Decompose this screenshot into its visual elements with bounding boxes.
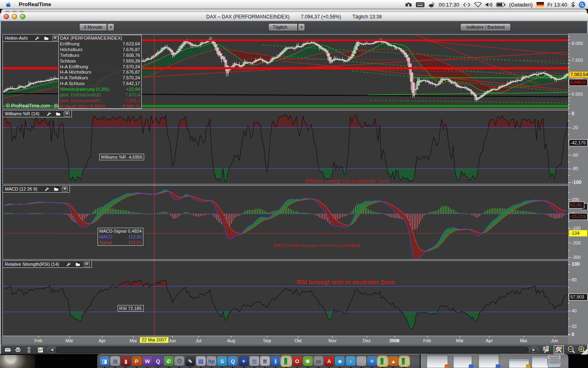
period-dropdown-arrow[interactable]: ▼ [298, 23, 305, 31]
chart-scrollbar[interactable] [56, 347, 528, 353]
macd-canvas[interactable] [3, 186, 568, 259]
wrench-icon[interactable] [66, 262, 72, 267]
dock-app-bluetooth[interactable]: ᛒ [271, 356, 281, 366]
dock-app-msn[interactable]: ☻ [335, 356, 345, 366]
folder-icon[interactable] [53, 186, 59, 192]
dock-app-hp[interactable]: hp [207, 356, 216, 366]
sync-arrows-icon[interactable] [463, 2, 470, 7]
dock-app-compass[interactable]: ✦ [239, 356, 249, 366]
window-titlebar[interactable]: DAX – DAX (PERFORMANCEINDEX) 7.094,37 (+… [0, 12, 588, 21]
dock-app-printer[interactable]: ▭ [314, 356, 323, 366]
spotlight-icon[interactable] [579, 1, 586, 8]
dock-app-vlc[interactable]: ▲ [388, 356, 398, 366]
macd-panel[interactable]: MACD (12 26 9) ✕ MACD-Signal0,4824MACD11… [2, 185, 569, 260]
dock-app-preview[interactable]: ▨ [249, 356, 259, 366]
export-chart-icon[interactable] [37, 346, 44, 353]
close-panel-icon[interactable]: ✕ [52, 36, 58, 41]
scroll-left-button[interactable]: ◀ [47, 347, 56, 353]
dock-app-quark[interactable]: Q [153, 356, 163, 366]
dock-app-opera[interactable]: O [292, 356, 302, 366]
print-icon[interactable] [14, 346, 22, 353]
menubar-clock[interactable]: Fr 13:40 [548, 2, 567, 8]
williams-axis-minor-tick [568, 134, 570, 135]
dock-minimized-window[interactable] [479, 353, 499, 368]
macd-tooltip-row: MACD-Signal0,4824 [98, 228, 143, 234]
dock-app-itunes[interactable]: ♪ [346, 356, 356, 366]
dock-applications: ◨▣▮PWQ✆⏻✎▤hpSQ✦▨≣ᛒ▋O❋▭A☻♪✧▋▲▋ [97, 354, 420, 368]
dock-minimized-window[interactable] [427, 354, 448, 368]
dock-app-acrobat[interactable]: A [324, 356, 334, 366]
dock-app-ichat[interactable]: ✆ [164, 356, 174, 366]
month-label: 2008 [385, 338, 403, 343]
dock-app-ilife[interactable]: ❋ [303, 356, 313, 366]
scroll-right-button[interactable]: ▶ [529, 347, 538, 353]
wifi-icon[interactable] [474, 2, 482, 7]
dock-app-parallels[interactable]: P [132, 356, 142, 366]
period-dropdown[interactable]: Täglich [268, 23, 298, 31]
dock-app-lamp[interactable]: ⏻ [174, 356, 184, 366]
wrench-icon[interactable] [34, 36, 41, 41]
mail-icon[interactable] [4, 346, 11, 353]
williams-panel[interactable]: Williams %R (14) ✕ Williams %R -4,6956 W… [2, 110, 569, 184]
wrench-icon[interactable] [44, 186, 50, 192]
minimized-window-app-badge [469, 364, 473, 368]
williams-canvas[interactable] [3, 110, 568, 184]
month-label: Aug [222, 338, 240, 343]
dock-app-notes[interactable]: ≣ [260, 356, 270, 366]
folder-icon[interactable] [55, 111, 61, 117]
phone-icon[interactable] [428, 2, 435, 7]
dock-app-pen[interactable]: ✎ [185, 356, 195, 366]
price-tooltip-row: H-A Eröffnung7.570,24 [59, 64, 141, 70]
dock-app-apple[interactable] [356, 356, 366, 366]
month-tick [523, 336, 524, 338]
dock-app-skype[interactable]: S [217, 356, 227, 366]
dock-app-finder[interactable]: ◨ [100, 356, 109, 366]
dock-minimized-window[interactable] [453, 355, 472, 368]
close-panel-icon[interactable]: ✕ [64, 111, 70, 117]
price-axis-minor-tick [568, 91, 570, 91]
price-tooltip-title: DAX (PERFORMANCEINDEX) [59, 35, 141, 41]
battery-status[interactable]: (Geladen) [509, 2, 533, 8]
menubar-app-name[interactable]: ProRealTime [19, 1, 51, 7]
title-quote: 7.094,37 (+0,56%) [301, 14, 341, 20]
indicator-backtest-button[interactable]: Indikator / Backtest [460, 23, 511, 31]
dock-app-stocks-3[interactable]: ▋ [399, 356, 409, 366]
apple-menu-icon[interactable] [5, 1, 11, 8]
close-panel-icon[interactable]: ✕ [84, 262, 90, 267]
dock-app-photo[interactable]: ▣ [110, 356, 120, 366]
rsi-tooltip: RSI 72,185 [118, 305, 144, 312]
battery-icon[interactable] [496, 2, 506, 7]
wrench-icon[interactable] [46, 111, 52, 117]
german-flag-icon[interactable] [537, 2, 544, 7]
chart-settings-icon[interactable] [542, 346, 550, 352]
zoom-out-icon[interactable] [566, 346, 576, 354]
dock-app-quicktime[interactable]: Q [228, 356, 238, 366]
rsi-panel[interactable]: Relative Strength(RSI) (14) ✕ RSI 72,185… [2, 260, 569, 336]
folder-icon[interactable] [75, 262, 81, 267]
volume-icon[interactable] [486, 2, 492, 7]
dock-app-word[interactable]: W [143, 356, 152, 366]
month-tick [102, 336, 102, 338]
range-dropdown[interactable]: 3 Monate [79, 23, 107, 31]
rsi-canvas[interactable] [3, 261, 568, 336]
dock-minimized-window[interactable] [509, 359, 529, 368]
macd-axis-badge: 61,46 [569, 202, 584, 209]
dock-app-frontrow[interactable]: ▮ [121, 356, 131, 366]
dock-app-stocks-1[interactable]: ▋ [281, 356, 291, 366]
folder-icon[interactable] [43, 36, 50, 41]
keyboard-icon[interactable] [416, 2, 425, 7]
zoom-fit-icon[interactable] [554, 346, 564, 354]
price-axis-minor-tick [568, 101, 570, 101]
dock-app-stocks-2[interactable]: ▋ [378, 356, 388, 366]
binoculars-icon[interactable] [405, 2, 412, 7]
dock-app-safari[interactable]: ✧ [367, 356, 377, 366]
rsi-axis-label: 80 [572, 278, 577, 282]
macd-note: MACD bildet langsam ein neues Kaufsignal [274, 243, 361, 248]
close-panel-icon[interactable]: ✕ [62, 186, 68, 192]
dock-app-chart[interactable]: ▤ [196, 356, 206, 366]
range-dropdown-arrow[interactable]: ▼ [107, 23, 114, 31]
call-timer[interactable]: 00:17:30 [439, 2, 459, 8]
trash-icon[interactable] [547, 355, 561, 367]
link-icon[interactable] [25, 346, 33, 353]
bluetooth-icon[interactable] [571, 2, 575, 7]
